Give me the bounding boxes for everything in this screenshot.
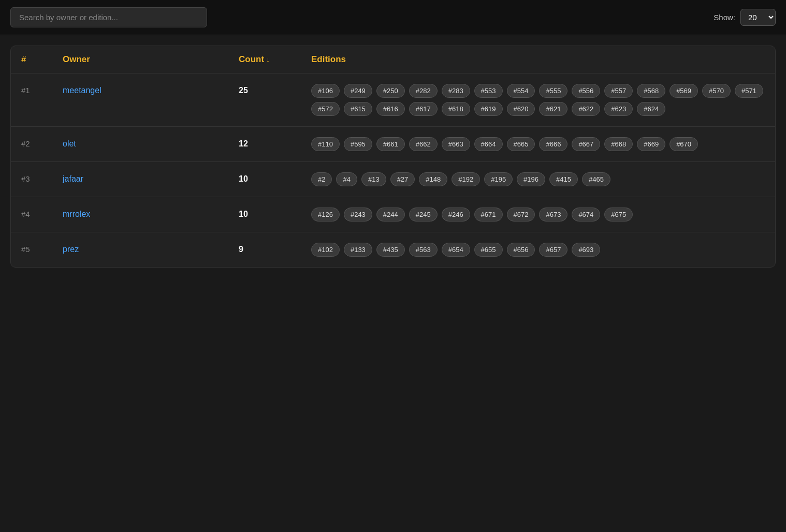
cell-editions: #106#249#250#282#283#553#554#555#556#557… — [311, 84, 765, 116]
cell-count: 10 — [239, 172, 311, 184]
edition-badge[interactable]: #657 — [539, 243, 567, 257]
cell-editions: #2#4#13#27#148#192#195#196#415#465 — [311, 172, 765, 186]
cell-rank: #2 — [21, 137, 63, 148]
edition-badge[interactable]: #572 — [311, 102, 340, 116]
col-count[interactable]: Count ↓ — [239, 54, 311, 65]
edition-badge[interactable]: #623 — [604, 102, 633, 116]
edition-badge[interactable]: #666 — [539, 137, 567, 151]
edition-badge[interactable]: #661 — [376, 137, 405, 151]
edition-badge[interactable]: #624 — [637, 102, 665, 116]
edition-badge[interactable]: #4 — [336, 172, 357, 186]
edition-badge[interactable]: #110 — [311, 137, 340, 151]
edition-badge[interactable]: #415 — [549, 172, 578, 186]
edition-badge[interactable]: #570 — [702, 84, 731, 98]
edition-badge[interactable]: #246 — [442, 208, 470, 221]
cell-owner[interactable]: meetangel — [63, 84, 239, 95]
edition-badge[interactable]: #126 — [311, 208, 340, 221]
edition-badge[interactable]: #192 — [452, 172, 480, 186]
col-rank: # — [21, 54, 63, 65]
edition-badge[interactable]: #616 — [376, 102, 405, 116]
edition-badge[interactable]: #621 — [539, 102, 567, 116]
edition-badge[interactable]: #554 — [507, 84, 535, 98]
cell-owner[interactable]: prez — [63, 243, 239, 254]
edition-badge[interactable]: #665 — [507, 137, 535, 151]
edition-badge[interactable]: #282 — [409, 84, 438, 98]
edition-badge[interactable]: #195 — [484, 172, 513, 186]
table-row: #2olet12#110#595#661#662#663#664#665#666… — [11, 127, 775, 162]
edition-badge[interactable]: #245 — [409, 208, 438, 221]
edition-badge[interactable]: #196 — [517, 172, 545, 186]
cell-editions: #102#133#435#563#654#655#656#657#693 — [311, 243, 765, 257]
table-body: #1meetangel25#106#249#250#282#283#553#55… — [11, 73, 775, 267]
edition-badge[interactable]: #615 — [344, 102, 372, 116]
edition-badge[interactable]: #595 — [344, 137, 372, 151]
table-header: # Owner Count ↓ Editions — [11, 46, 775, 73]
edition-badge[interactable]: #618 — [442, 102, 470, 116]
cell-editions: #110#595#661#662#663#664#665#666#667#668… — [311, 137, 765, 151]
cell-owner[interactable]: jafaar — [63, 172, 239, 184]
cell-owner[interactable]: mrrolex — [63, 208, 239, 219]
edition-badge[interactable]: #671 — [474, 208, 503, 221]
edition-badge[interactable]: #617 — [409, 102, 438, 116]
edition-badge[interactable]: #664 — [474, 137, 503, 151]
edition-badge[interactable]: #563 — [409, 243, 438, 257]
edition-badge[interactable]: #27 — [390, 172, 415, 186]
edition-badge[interactable]: #667 — [572, 137, 600, 151]
table-wrapper: # Owner Count ↓ Editions #1meetangel25#1… — [10, 46, 776, 268]
edition-badge[interactable]: #2 — [311, 172, 332, 186]
search-input[interactable] — [10, 7, 207, 27]
edition-badge[interactable]: #662 — [409, 137, 438, 151]
table-row: #5prez9#102#133#435#563#654#655#656#657#… — [11, 232, 775, 267]
edition-badge[interactable]: #555 — [539, 84, 567, 98]
top-bar: Show: 20 50 100 — [0, 0, 786, 35]
table-row: #3jafaar10#2#4#13#27#148#192#195#196#415… — [11, 162, 775, 197]
col-owner: Owner — [63, 54, 239, 65]
edition-badge[interactable]: #465 — [582, 172, 610, 186]
edition-badge[interactable]: #249 — [344, 84, 372, 98]
edition-badge[interactable]: #675 — [604, 208, 633, 221]
edition-badge[interactable]: #619 — [474, 102, 503, 116]
edition-badge[interactable]: #569 — [669, 84, 698, 98]
edition-badge[interactable]: #655 — [474, 243, 503, 257]
edition-badge[interactable]: #669 — [637, 137, 665, 151]
edition-badge[interactable]: #102 — [311, 243, 340, 257]
edition-badge[interactable]: #106 — [311, 84, 340, 98]
edition-badge[interactable]: #557 — [604, 84, 633, 98]
edition-badge[interactable]: #622 — [572, 102, 600, 116]
edition-badge[interactable]: #670 — [669, 137, 698, 151]
edition-badge[interactable]: #435 — [376, 243, 405, 257]
edition-badge[interactable]: #283 — [442, 84, 470, 98]
edition-badge[interactable]: #568 — [637, 84, 665, 98]
edition-badge[interactable]: #674 — [572, 208, 600, 221]
edition-badge[interactable]: #244 — [376, 208, 405, 221]
edition-badge[interactable]: #148 — [419, 172, 447, 186]
main-container: # Owner Count ↓ Editions #1meetangel25#1… — [0, 35, 786, 278]
edition-badge[interactable]: #656 — [507, 243, 535, 257]
edition-badge[interactable]: #673 — [539, 208, 567, 221]
cell-rank: #4 — [21, 208, 63, 218]
cell-count: 9 — [239, 243, 311, 254]
edition-badge[interactable]: #13 — [361, 172, 386, 186]
cell-count: 12 — [239, 137, 311, 149]
edition-badge[interactable]: #250 — [376, 84, 405, 98]
edition-badge[interactable]: #556 — [572, 84, 600, 98]
edition-badge[interactable]: #672 — [507, 208, 535, 221]
cell-rank: #1 — [21, 84, 63, 95]
edition-badge[interactable]: #693 — [572, 243, 600, 257]
cell-count: 25 — [239, 84, 311, 95]
cell-owner[interactable]: olet — [63, 137, 239, 149]
show-control: Show: 20 50 100 — [714, 9, 776, 26]
edition-badge[interactable]: #663 — [442, 137, 470, 151]
cell-rank: #3 — [21, 172, 63, 183]
table-row: #1meetangel25#106#249#250#282#283#553#55… — [11, 73, 775, 127]
edition-badge[interactable]: #620 — [507, 102, 535, 116]
show-select[interactable]: 20 50 100 — [740, 9, 776, 26]
table-row: #4mrrolex10#126#243#244#245#246#671#672#… — [11, 197, 775, 232]
edition-badge[interactable]: #133 — [344, 243, 372, 257]
edition-badge[interactable]: #553 — [474, 84, 503, 98]
edition-badge[interactable]: #654 — [442, 243, 470, 257]
edition-badge[interactable]: #571 — [735, 84, 763, 98]
show-label: Show: — [714, 13, 735, 22]
edition-badge[interactable]: #243 — [344, 208, 372, 221]
edition-badge[interactable]: #668 — [604, 137, 633, 151]
